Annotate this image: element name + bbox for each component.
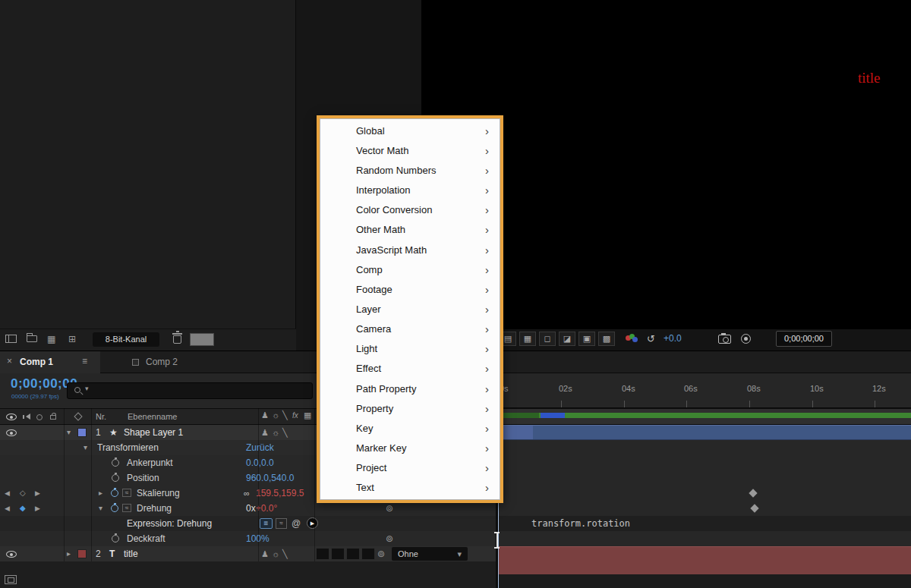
mask-visibility-icon[interactable]: ◻ xyxy=(539,332,556,346)
layer-1-label-swatch[interactable] xyxy=(77,428,87,437)
layer-1-shy-icon[interactable]: ♟ xyxy=(261,425,269,440)
lock-column-icon[interactable] xyxy=(50,415,56,420)
expression-code[interactable]: transform.rotation xyxy=(531,516,630,531)
search-input[interactable] xyxy=(96,384,308,398)
rotation-revolutions[interactable]: 0x xyxy=(246,503,256,514)
layer-2-mode-cell[interactable] xyxy=(331,548,345,560)
rotation-pickwhip-icon[interactable]: ⊚ xyxy=(386,501,393,516)
reset-exposure-icon[interactable]: ↺ xyxy=(647,332,655,346)
opacity-stopwatch-icon[interactable] xyxy=(112,535,119,542)
trash-icon[interactable] xyxy=(173,335,181,344)
quality-column-icon[interactable]: ╲ xyxy=(282,410,288,420)
anchor-label[interactable]: Ankerpunkt xyxy=(127,455,173,470)
menu-item-other-math[interactable]: Other Math› xyxy=(320,220,500,240)
exposure-value[interactable]: +0.0 xyxy=(664,332,682,346)
expression-pickwhip-icon[interactable]: @ xyxy=(292,516,301,531)
anchor-stopwatch-icon[interactable] xyxy=(112,459,119,467)
expression-enable-icon[interactable]: ≡ xyxy=(260,518,273,529)
position-value[interactable]: 960.0,540.0 xyxy=(246,470,294,486)
layer-1-duration-bar[interactable] xyxy=(498,425,911,440)
rotation-label[interactable]: Drehung xyxy=(137,501,172,516)
pixel-aspect-icon[interactable]: ▩ xyxy=(598,332,615,346)
scale-expander-icon[interactable]: ▸ xyxy=(99,486,102,501)
transparency-grid-icon[interactable]: ▣ xyxy=(578,332,595,346)
menu-item-effect[interactable]: Effect› xyxy=(320,359,500,379)
show-snapshot-icon[interactable] xyxy=(741,334,751,344)
layer-2-mode-cell[interactable] xyxy=(361,548,375,560)
shy-column-icon[interactable]: ♟ xyxy=(261,410,269,420)
collapse-column-icon[interactable]: ☼ xyxy=(272,410,279,420)
layer-2-name[interactable]: title xyxy=(124,546,138,561)
solo-column-icon[interactable] xyxy=(36,414,43,420)
menu-item-layer[interactable]: Layer› xyxy=(320,299,500,319)
channel-rgb-icon[interactable] xyxy=(626,334,638,343)
rotation-next-keyframe-icon[interactable]: ▶ xyxy=(35,501,40,516)
menu-item-interpolation[interactable]: Interpolation› xyxy=(320,180,500,200)
layer-2-duration-bar[interactable] xyxy=(498,546,911,574)
menu-item-project[interactable]: Project› xyxy=(320,458,500,478)
menu-item-global[interactable]: Global› xyxy=(320,121,500,140)
scale-value[interactable]: 159.5,159.5 xyxy=(256,486,304,501)
transform-expander-icon[interactable]: ▾ xyxy=(84,440,87,455)
layer-2-mode-cell[interactable] xyxy=(316,548,329,560)
layer-1-quality-icon[interactable]: ╲ xyxy=(282,425,288,440)
viewer-timecode[interactable]: 0;00;00;00 xyxy=(776,331,832,347)
layer-2-parent-dropdown[interactable]: Ohne▾ xyxy=(392,547,468,561)
layer-2-mode-cell[interactable] xyxy=(346,548,360,560)
rotation-prev-keyframe-icon[interactable]: ◀ xyxy=(5,501,10,516)
color-swatch[interactable] xyxy=(190,333,214,346)
opacity-pickwhip-icon[interactable]: ⊚ xyxy=(386,531,393,546)
new-folder-icon[interactable] xyxy=(27,335,37,342)
grid-guides-icon[interactable]: ▦ xyxy=(519,332,536,346)
close-tab-icon[interactable]: × xyxy=(7,356,12,366)
menu-item-footage[interactable]: Footage› xyxy=(320,279,500,299)
transform-group-label[interactable]: Transformieren xyxy=(97,440,159,455)
rotation-expander-icon[interactable]: ▾ xyxy=(99,501,102,516)
search-options-chevron-icon[interactable]: ▾ xyxy=(85,385,89,392)
menu-item-vector-math[interactable]: Vector Math› xyxy=(320,140,500,160)
scale-link-icon[interactable]: ∞ xyxy=(244,486,250,501)
timeline-view-options-icon[interactable] xyxy=(5,575,17,584)
scale-prev-keyframe-icon[interactable]: ◀ xyxy=(5,486,10,501)
layer-2-eye-icon[interactable] xyxy=(6,551,17,558)
expression-row[interactable] xyxy=(0,516,496,531)
scale-graph-icon[interactable]: ≈ xyxy=(122,489,131,497)
layer-2-shy-icon[interactable]: ♟ xyxy=(261,546,269,561)
video-column-eye-icon[interactable] xyxy=(6,413,17,420)
audio-column-speaker-icon[interactable] xyxy=(26,413,30,420)
anchor-value[interactable]: 0.0,0.0 xyxy=(246,455,274,470)
panel-menu-icon[interactable]: ≡ xyxy=(82,356,87,366)
menu-item-color-conversion[interactable]: Color Conversion› xyxy=(320,200,500,220)
region-of-interest-icon[interactable]: ◪ xyxy=(559,332,575,346)
scale-label[interactable]: Skalierung xyxy=(137,486,180,501)
menu-item-random-numbers[interactable]: Random Numbers› xyxy=(320,160,500,180)
expression-language-menu-icon[interactable]: ▶ xyxy=(307,517,318,529)
panel-layout-icon[interactable] xyxy=(5,335,17,343)
menu-item-path-property[interactable]: Path Property› xyxy=(320,379,500,398)
menu-item-marker-key[interactable]: Marker Key› xyxy=(320,439,500,458)
position-label[interactable]: Position xyxy=(127,470,159,486)
grid-view-icon[interactable]: ▦ xyxy=(47,332,55,346)
layer-1-name[interactable]: Shape Layer 1 xyxy=(124,425,183,440)
scale-stopwatch-icon[interactable] xyxy=(111,489,118,497)
rotation-value[interactable]: 0x+0.0° xyxy=(246,501,277,516)
rotation-graph-icon[interactable]: ≈ xyxy=(122,504,131,512)
layer-1-collapse-icon[interactable]: ☼ xyxy=(272,425,279,440)
menu-item-text[interactable]: Text› xyxy=(320,478,500,498)
transform-reset-link[interactable]: Zurück xyxy=(246,440,274,455)
menu-item-comp[interactable]: Comp› xyxy=(320,259,500,279)
menu-item-light[interactable]: Light› xyxy=(320,339,500,359)
menu-item-property[interactable]: Property› xyxy=(320,398,500,418)
layer-2-collapse-icon[interactable]: ☼ xyxy=(272,546,279,561)
snapshot-icon[interactable] xyxy=(718,335,731,344)
menu-item-camera[interactable]: Camera› xyxy=(320,319,500,339)
scale-next-keyframe-icon[interactable]: ▶ xyxy=(35,486,40,501)
project-flowchart-icon[interactable]: ⊞ xyxy=(68,332,76,346)
menu-item-javascript-math[interactable]: JavaScript Math› xyxy=(320,240,500,259)
layer-2-expander-icon[interactable]: ▸ xyxy=(67,546,71,561)
frame-blend-column-icon[interactable]: ▦ xyxy=(304,410,311,420)
bit-depth-button[interactable]: 8-Bit-Kanal xyxy=(93,332,159,347)
effects-column-icon[interactable]: fx xyxy=(292,411,298,420)
scale-keyframe-toggle-icon[interactable]: ◇ xyxy=(20,486,26,501)
expression-graph-icon[interactable]: ≈ xyxy=(276,518,287,529)
